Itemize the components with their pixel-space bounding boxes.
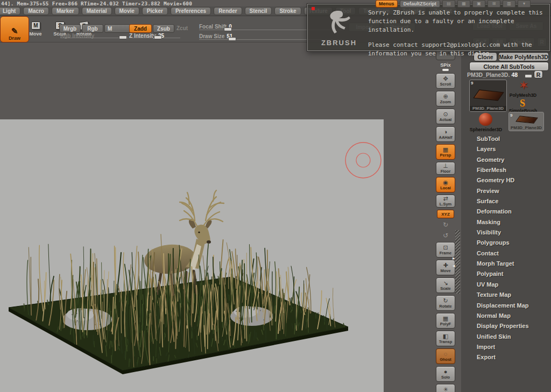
spix-slider-handle[interactable] <box>442 69 449 71</box>
section-normal-map[interactable]: Normal Map <box>477 312 548 323</box>
menu-item-light[interactable]: Light <box>0 7 20 15</box>
section-surface[interactable]: Surface <box>477 198 548 208</box>
z-intensity-handle[interactable] <box>154 35 162 39</box>
shelf-solo[interactable]: ●Solo <box>436 366 455 382</box>
section-import[interactable]: Import <box>477 344 548 354</box>
shelf-rotate-y-icon[interactable]: ↻ <box>436 220 455 229</box>
menu-item-material[interactable]: Material <box>82 7 112 15</box>
shelf-actual[interactable]: ⊙Actual <box>436 109 455 124</box>
menu-item-render[interactable]: Render <box>214 7 242 15</box>
shelf-floor[interactable]: ⊥Floor <box>436 162 455 175</box>
rgb-button[interactable]: Rgb <box>82 24 103 33</box>
panel-expand-icon[interactable]: ▸ <box>453 256 455 261</box>
draw-button[interactable]: ✎ Draw <box>0 16 29 42</box>
shelf-zoom[interactable]: ⊕Zoom <box>436 91 455 106</box>
shelf-scroll[interactable]: ✥Scroll <box>436 73 455 89</box>
viewport-3d[interactable] <box>0 119 384 392</box>
xpose-icon: ✳ <box>443 387 448 392</box>
dropdown-icon[interactable]: ▾ <box>518 0 531 8</box>
section-geometry-hd[interactable]: Geometry HD <box>477 177 548 187</box>
section-polygroups[interactable]: Polygroups <box>477 239 548 250</box>
panel-icon[interactable]: ▥ <box>503 0 515 8</box>
error-dialog[interactable]: ZBrush Sorry, ZBrush is unable to proper… <box>307 4 550 51</box>
zadd-button[interactable]: Zadd <box>129 24 152 33</box>
shelf-scale[interactable]: ↘Scale <box>436 277 455 293</box>
section-visibility[interactable]: Visibility <box>477 229 548 239</box>
menu-item-movie[interactable]: Movie <box>115 7 139 15</box>
shelf-rotate[interactable]: ↻Rotate <box>436 295 455 311</box>
pen-icon: ✎ <box>11 27 18 35</box>
focal-shift-handle[interactable] <box>224 27 232 31</box>
actual-size-icon: ⊙ <box>443 111 448 117</box>
shelf-transp[interactable]: ◧Transp <box>436 331 455 346</box>
zbrush-window: 44]. Mem▸375+55 Free▸866 RTime▸24.032 Ti… <box>0 0 551 392</box>
symmetry-icon: ⇄ <box>443 196 448 202</box>
section-geometry[interactable]: Geometry <box>477 156 548 167</box>
zsub-button[interactable]: Zsub <box>153 24 174 33</box>
menu-item-marker[interactable]: Marker <box>52 7 79 15</box>
brush-cursor-outer <box>345 142 381 178</box>
section-display-properties[interactable]: Display Properties <box>477 323 548 333</box>
mrgb-button[interactable]: Mrgb <box>59 24 81 33</box>
panel-collapse-icon[interactable]: ◂ <box>453 263 455 268</box>
rgb-intensity-handle[interactable] <box>119 35 127 39</box>
zoom-magnifier-icon: ⊕ <box>443 94 448 99</box>
section-layers[interactable]: Layers <box>477 146 548 156</box>
section-unified-skin[interactable]: Unified Skin <box>477 333 548 344</box>
m-button[interactable]: M <box>104 24 131 33</box>
section-masking[interactable]: Masking <box>477 219 548 229</box>
shelf-local[interactable]: ◉Local <box>436 177 455 193</box>
move-label[interactable]: Move <box>26 31 45 37</box>
polymesh3d-star-icon[interactable]: ✶ <box>519 80 528 91</box>
shelf-xyz[interactable]: XYZ <box>437 210 454 218</box>
sphereinder3d-icon[interactable] <box>479 113 492 126</box>
zcut-button[interactable]: Zcut <box>176 25 188 31</box>
section-displacement-map[interactable]: Displacement Map <box>477 302 548 312</box>
shelf-polyf[interactable]: ▦PolyF <box>436 313 455 329</box>
section-uv-map[interactable]: UV Map <box>477 281 548 291</box>
rotate-icon: ↻ <box>443 298 448 304</box>
shelf-l-sym[interactable]: ⇄L.Sym <box>436 195 455 208</box>
rgb-intensity-track[interactable] <box>60 38 128 38</box>
simplebrush-icon[interactable]: S <box>520 98 525 109</box>
default-zscript-button[interactable]: DefaultZScript <box>400 0 441 8</box>
shelf-aahalf[interactable]: ◑AAHalf <box>436 126 455 142</box>
recent-tool-thumbnail[interactable]: 9 PM3D_Plane3D <box>508 112 544 131</box>
menu-item-stencil[interactable]: Stencil <box>245 7 272 15</box>
layers-icon[interactable]: ▣ <box>472 0 485 8</box>
right-shelf: BPRSPix✥Scroll⊕Zoom⊙Actual◑AAHalf▦Persp⊥… <box>436 47 455 392</box>
menu-item-picker[interactable]: Picker <box>142 7 168 15</box>
section-morph-target[interactable]: Morph Target <box>477 260 548 270</box>
doc-icon[interactable]: ▤ <box>442 0 455 8</box>
grid-icon[interactable]: ▦ <box>457 0 470 8</box>
menu-item-preferences[interactable]: Preferences <box>171 7 211 15</box>
section-texture-map[interactable]: Texture Map <box>477 291 548 302</box>
move-gyro-icon[interactable]: M <box>31 22 40 30</box>
top-right-shelf: Menus DefaultZScript ▤▦▣⊞▥▾ <box>376 0 551 8</box>
move-hand-icon: ✚ <box>443 262 448 268</box>
menu-item-stroke[interactable]: Stroke <box>274 7 301 15</box>
section-export[interactable]: Export <box>477 354 548 364</box>
plane3d-icon <box>515 116 538 124</box>
shelf-ghost[interactable]: ◌Ghost <box>436 348 455 364</box>
panel-scrollbar[interactable] <box>455 230 460 294</box>
polymesh3d-label: PolyMesh3D <box>499 92 547 98</box>
section-polypaint[interactable]: Polypaint <box>477 270 548 281</box>
section-deformation[interactable]: Deformation <box>477 208 548 218</box>
shelf-persp[interactable]: ▦Persp <box>436 144 455 160</box>
section-subtool[interactable]: SubTool <box>477 136 548 146</box>
sphereinder3d-label: Sphereinder3D <box>463 127 509 132</box>
tool-palette: Clone Make PolyMesh3D Clone All SubTools… <box>461 51 551 392</box>
section-contact[interactable]: Contact <box>477 250 548 260</box>
draw-size-handle[interactable] <box>228 37 236 41</box>
rotate-y-icon: ↻ <box>443 222 448 228</box>
deer-grass-scene <box>0 119 384 392</box>
section-fibermesh[interactable]: FiberMesh <box>477 167 548 177</box>
section-preview[interactable]: Preview <box>477 188 548 198</box>
window-icon[interactable]: ⊞ <box>488 0 500 8</box>
shelf-xpose[interactable]: ✳Xpose <box>436 384 455 392</box>
menus-button[interactable]: Menus <box>376 0 398 8</box>
floor-grid-icon: ⊥ <box>443 163 448 169</box>
shelf-rotate-z-icon[interactable]: ↺ <box>436 231 455 240</box>
menu-item-macro[interactable]: Macro <box>23 7 48 15</box>
